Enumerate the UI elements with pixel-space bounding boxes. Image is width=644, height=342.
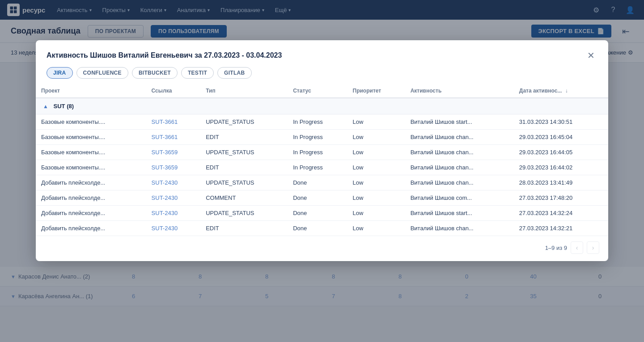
cell-activity: Виталий Шишов start... <box>405 206 514 221</box>
cell-link[interactable]: SUT-3659 <box>146 145 201 160</box>
cell-status: In Progress <box>288 114 347 130</box>
tab-gitlab[interactable]: GITLAB <box>217 67 251 79</box>
cell-type: EDIT <box>200 130 288 145</box>
cell-activity: Виталий Шишов chan... <box>405 145 514 160</box>
cell-priority: Low <box>347 114 405 130</box>
cell-date: 27.03.2023 14:32:24 <box>514 206 608 221</box>
cell-link[interactable]: SUT-3661 <box>146 130 201 145</box>
table-header-row: Проект Ссылка Тип Статус Приоритет Актив… <box>36 84 608 98</box>
cell-date: 29.03.2023 16:44:05 <box>514 145 608 160</box>
table-row: Базовые компоненты.... SUT-3659 EDIT In … <box>36 160 608 175</box>
cell-priority: Low <box>347 145 405 160</box>
table-row: Добавить плейсхолде... SUT-2430 COMMENT … <box>36 190 608 206</box>
cell-project: Добавить плейсхолде... <box>36 221 146 236</box>
prev-page-button[interactable]: ‹ <box>571 241 583 254</box>
table-row: Добавить плейсхолде... SUT-2430 EDIT Don… <box>36 221 608 236</box>
cell-project: Базовые компоненты.... <box>36 130 146 145</box>
cell-status: Done <box>288 206 347 221</box>
cell-type: EDIT <box>200 221 288 236</box>
cell-project: Базовые компоненты.... <box>36 114 146 130</box>
cell-activity: Виталий Шишов chan... <box>405 160 514 175</box>
cell-date: 29.03.2023 16:45:04 <box>514 130 608 145</box>
modal-header: Активность Шишов Виталий Евгеньевич за 2… <box>36 40 608 62</box>
col-link: Ссылка <box>146 84 201 98</box>
cell-status: Done <box>288 221 347 236</box>
cell-priority: Low <box>347 221 405 236</box>
cell-link[interactable]: SUT-3659 <box>146 160 201 175</box>
cell-priority: Low <box>347 160 405 175</box>
cell-status: In Progress <box>288 130 347 145</box>
table-group-row: ▲ SUT (8) <box>36 98 608 114</box>
cell-priority: Low <box>347 206 405 221</box>
tab-jira[interactable]: JIRA <box>47 67 73 79</box>
cell-status: In Progress <box>288 145 347 160</box>
cell-link[interactable]: SUT-2430 <box>146 175 201 190</box>
cell-status: In Progress <box>288 160 347 175</box>
cell-link[interactable]: SUT-2430 <box>146 221 201 236</box>
cell-type: UPDATE_STATUS <box>200 114 288 130</box>
cell-project: Базовые компоненты.... <box>36 160 146 175</box>
cell-project: Добавить плейсхолде... <box>36 190 146 206</box>
cell-activity: Виталий Шишов chan... <box>405 175 514 190</box>
cell-date: 29.03.2023 16:44:02 <box>514 160 608 175</box>
cell-type: EDIT <box>200 160 288 175</box>
modal-overlay: Активность Шишов Виталий Евгеньевич за 2… <box>0 0 644 342</box>
activity-modal: Активность Шишов Виталий Евгеньевич за 2… <box>36 40 608 261</box>
cell-project: Добавить плейсхолде... <box>36 206 146 221</box>
cell-activity: Виталий Шишов chan... <box>405 221 514 236</box>
cell-status: Done <box>288 190 347 206</box>
cell-link[interactable]: SUT-3661 <box>146 114 201 130</box>
cell-date: 27.03.2023 14:32:21 <box>514 221 608 236</box>
modal-close-button[interactable]: ✕ <box>585 49 597 62</box>
modal-tabs: JIRA CONFLUENCE BITBUCKET TESTIT GITLAB <box>36 62 608 79</box>
cell-date: 31.03.2023 14:30:51 <box>514 114 608 130</box>
cell-date: 27.03.2023 17:48:20 <box>514 190 608 206</box>
tab-bitbucket[interactable]: BITBUCKET <box>132 67 178 79</box>
tab-testit[interactable]: TESTIT <box>181 67 214 79</box>
cell-activity: Виталий Шишов chan... <box>405 130 514 145</box>
group-toggle-icon[interactable]: ▲ <box>43 103 48 110</box>
next-page-button[interactable]: › <box>587 241 599 254</box>
cell-type: COMMENT <box>200 190 288 206</box>
table-row: Базовые компоненты.... SUT-3661 UPDATE_S… <box>36 114 608 130</box>
cell-project: Базовые компоненты.... <box>36 145 146 160</box>
col-status: Статус <box>288 84 347 98</box>
cell-type: UPDATE_STATUS <box>200 206 288 221</box>
cell-link[interactable]: SUT-2430 <box>146 206 201 221</box>
cell-type: UPDATE_STATUS <box>200 145 288 160</box>
cell-priority: Low <box>347 190 405 206</box>
tab-confluence[interactable]: CONFLUENCE <box>76 67 128 79</box>
cell-type: UPDATE_STATUS <box>200 175 288 190</box>
cell-link[interactable]: SUT-2430 <box>146 190 201 206</box>
cell-date: 28.03.2023 13:41:49 <box>514 175 608 190</box>
col-type: Тип <box>200 84 288 98</box>
pagination-info: 1–9 из 9 <box>545 245 567 251</box>
cell-project: Добавить плейсхолде... <box>36 175 146 190</box>
modal-table-wrap: Проект Ссылка Тип Статус Приоритет Актив… <box>36 79 608 236</box>
table-row: Добавить плейсхолде... SUT-2430 UPDATE_S… <box>36 206 608 221</box>
activity-table: Проект Ссылка Тип Статус Приоритет Актив… <box>36 84 608 236</box>
table-row: Базовые компоненты.... SUT-3661 EDIT In … <box>36 130 608 145</box>
col-date[interactable]: Дата активнос... ↓ <box>514 84 608 98</box>
cell-priority: Low <box>347 175 405 190</box>
col-activity: Активность <box>405 84 514 98</box>
col-project: Проект <box>36 84 146 98</box>
cell-activity: Виталий Шишов com... <box>405 190 514 206</box>
cell-activity: Виталий Шишов start... <box>405 114 514 130</box>
sort-desc-icon: ↓ <box>565 88 568 94</box>
cell-status: Done <box>288 175 347 190</box>
cell-priority: Low <box>347 130 405 145</box>
pagination: 1–9 из 9 ‹ › <box>36 236 608 261</box>
background-area: ▼ Карасов Денис Анато... (2) 8 8 8 8 8 0… <box>0 63 644 340</box>
table-row: Добавить плейсхолде... SUT-2430 UPDATE_S… <box>36 175 608 190</box>
modal-title: Активность Шишов Виталий Евгеньевич за 2… <box>47 51 282 59</box>
col-priority: Приоритет <box>347 84 405 98</box>
table-row: Базовые компоненты.... SUT-3659 UPDATE_S… <box>36 145 608 160</box>
